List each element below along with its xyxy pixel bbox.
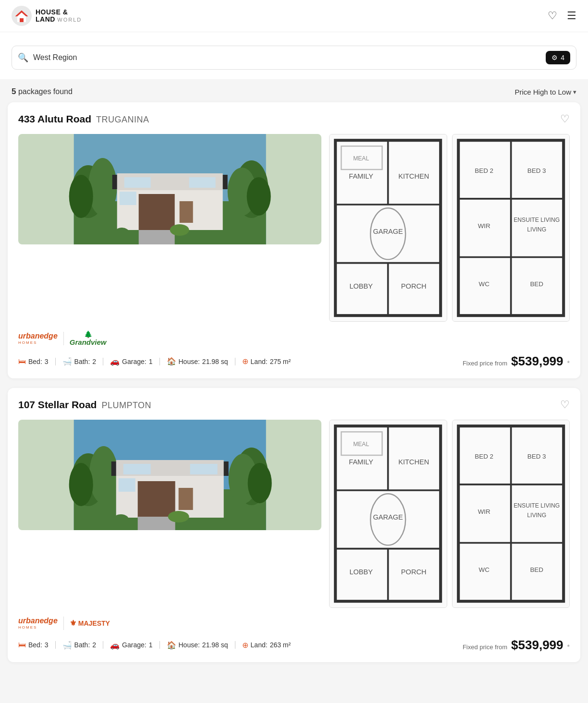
floorplans: FAMILY KITCHEN GARAGE LOBBY PORCH MEAL (329, 134, 570, 322)
spec-divider-b4 (235, 641, 235, 649)
svg-text:WIR: WIR (478, 222, 490, 230)
svg-text:FAMILY: FAMILY (349, 459, 374, 466)
address: 433 Alutu Road (18, 113, 91, 125)
listings-container: 433 Alutu Road TRUGANINA ♡ (0, 102, 588, 674)
bed-spec: 🛏 Bed: 3 (18, 357, 55, 366)
bath-label-2: Bath: (74, 641, 90, 649)
results-bar: 5 packages found Price High to Low ▾ (0, 79, 588, 102)
card-title: 433 Alutu Road TRUGANINA (18, 113, 149, 125)
land-label: Land: (251, 358, 268, 365)
urbanedge-sub: HOMES (18, 340, 58, 345)
bath-label: Bath: (74, 358, 90, 365)
logo-divider-2 (63, 617, 64, 630)
majesty-icon: ⚜ (70, 618, 76, 628)
price-value-2: $539,999 (511, 638, 563, 653)
results-count: 5 packages found (12, 87, 73, 97)
land-label-2: Land: (251, 641, 268, 649)
svg-text:LIVING: LIVING (527, 512, 546, 519)
bed-label-2: Bed: (28, 641, 42, 649)
spec-divider-b2 (103, 641, 103, 649)
svg-point-20 (115, 228, 129, 237)
price-section: Fixed price from $539,999 * (463, 354, 570, 369)
builder-logos: urbanedge HOMES 🌲 Grandview (18, 330, 570, 346)
floorplans-2: FAMILY KITCHEN GARAGE LOBBY PORCH MEAL (329, 420, 570, 607)
svg-rect-14 (124, 177, 151, 188)
svg-rect-63 (119, 478, 135, 492)
svg-rect-18 (139, 230, 175, 244)
filter-button[interactable]: ⚙ 4 (546, 51, 570, 64)
price-label-2: Fixed price from (463, 643, 507, 651)
land-size-spec: ⊕ Land: 275 m² (242, 357, 298, 366)
card-specs-2: 🛏 Bed: 3 🛁 Bath: 2 🚗 Garage: 1 🏠 House: … (18, 638, 570, 653)
price-label: Fixed price from (463, 360, 507, 367)
bed-icon-2: 🛏 (18, 641, 26, 649)
price-section-2: Fixed price from $539,999 * (463, 638, 570, 653)
results-label: packages found (18, 87, 73, 96)
svg-point-67 (113, 514, 129, 524)
sort-control[interactable]: Price High to Low ▾ (514, 88, 576, 96)
card-specs: 🛏 Bed: 3 🛁 Bath: 2 🚗 Garage: 1 🏠 House: … (18, 354, 570, 369)
spec-divider-b3 (159, 641, 160, 649)
spec-divider (55, 358, 56, 365)
spec-divider-b1 (55, 641, 56, 649)
house-photo (18, 134, 321, 244)
search-input[interactable] (33, 53, 546, 62)
majesty-text: MAJESTY (78, 619, 110, 627)
logo-text: HOUSE & LAND WORLD (36, 9, 82, 24)
svg-text:KITCHEN: KITCHEN (399, 172, 429, 180)
menu-icon[interactable]: ☰ (567, 10, 576, 22)
favorite-button-2[interactable]: ♡ (560, 399, 570, 411)
house-value-2: 21.98 sq (202, 641, 228, 649)
grandview-tree-icon: 🌲 (84, 330, 92, 338)
builder-logos-2: urbanedge HOMES ⚜ MAJESTY (18, 617, 570, 630)
garage-icon: 🚗 (110, 357, 120, 366)
svg-point-66 (168, 511, 189, 522)
listing-card: 107 Stellar Road PLUMPTON ♡ (8, 388, 580, 662)
land-size-icon-2: ⊕ (242, 641, 248, 650)
svg-text:WC: WC (478, 280, 490, 288)
svg-text:MEAL: MEAL (354, 155, 369, 162)
bath-spec: 🛁 Bath: 2 (62, 357, 103, 366)
svg-text:BED 2: BED 2 (475, 167, 493, 174)
price-asterisk-2: * (567, 643, 570, 651)
majesty-logo: ⚜ MAJESTY (70, 618, 110, 628)
card-header-2: 107 Stellar Road PLUMPTON ♡ (18, 399, 570, 411)
svg-text:KITCHEN: KITCHEN (399, 459, 429, 466)
house-size-spec-2: 🏠 House: 21.98 sq (167, 641, 235, 650)
svg-rect-61 (123, 464, 151, 474)
bed-value: 3 (45, 358, 49, 365)
svg-rect-17 (180, 201, 193, 223)
search-icon: 🔍 (18, 52, 28, 63)
house-label-2: House: (179, 641, 200, 649)
favorites-icon[interactable]: ♡ (548, 10, 557, 22)
land-value-2: 263 m² (270, 641, 291, 649)
garage-spec-2: 🚗 Garage: 1 (110, 641, 159, 650)
svg-rect-62 (190, 464, 218, 474)
house-size-spec: 🏠 House: 21.98 sq (167, 357, 235, 366)
svg-text:WC: WC (478, 567, 490, 574)
grandview-text: Grandview (70, 338, 107, 346)
svg-text:ENSUITE LIVING: ENSUITE LIVING (514, 217, 560, 223)
price-value: $539,999 (511, 354, 563, 369)
garage-label-2: Garage: (122, 641, 147, 649)
suburb-2: PLUMPTON (101, 400, 151, 411)
house-size-icon: 🏠 (167, 357, 176, 366)
logo[interactable]: HOUSE & LAND WORLD (12, 6, 82, 26)
spec-divider-3 (159, 358, 160, 365)
house-value: 21.98 sq (202, 358, 228, 365)
urbanedge-logo: urbanedge HOMES (18, 332, 58, 345)
urbanedge-logo-2: urbanedge HOMES (18, 617, 58, 630)
svg-text:LOBBY: LOBBY (350, 282, 373, 290)
svg-rect-1 (20, 18, 24, 22)
bath-icon-2: 🛁 (62, 641, 72, 650)
suburb: TRUGANINA (96, 115, 149, 125)
bed-value-2: 3 (45, 641, 49, 649)
garage-value-2: 1 (149, 641, 153, 649)
house-size-icon-2: 🏠 (167, 641, 176, 650)
favorite-button[interactable]: ♡ (560, 113, 570, 125)
svg-text:BED: BED (530, 280, 543, 288)
logo-icon (12, 6, 32, 26)
card-title-2: 107 Stellar Road PLUMPTON (18, 399, 151, 411)
header: HOUSE & LAND WORLD ♡ ☰ (0, 0, 588, 32)
svg-rect-58 (138, 481, 175, 518)
